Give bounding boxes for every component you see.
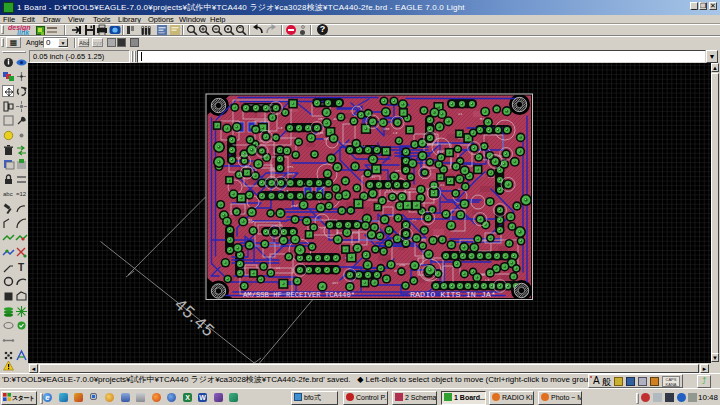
svg-text:4K7: 4K7 [332, 281, 338, 285]
svg-text:100: 100 [383, 127, 389, 131]
svg-text:T: T [18, 262, 24, 273]
svg-text:L3: L3 [278, 126, 282, 130]
svg-text:T2: T2 [412, 218, 416, 222]
svg-text:IF1: IF1 [287, 165, 293, 169]
svg-text:abc: abc [3, 191, 13, 197]
svg-text:2SC: 2SC [399, 263, 405, 267]
svg-text:X1: X1 [458, 112, 462, 116]
svg-text:RADIO KITS IN JA*: RADIO KITS IN JA* [410, 290, 496, 299]
svg-text:2SC: 2SC [269, 168, 275, 172]
svg-text:X1: X1 [440, 183, 444, 187]
svg-text:=12: =12 [16, 191, 27, 197]
svg-text:L3: L3 [393, 131, 397, 135]
svg-text:AM/SSB HF RECEIVER TCA440*: AM/SSB HF RECEIVER TCA440* [243, 290, 355, 299]
svg-text:X1: X1 [276, 266, 280, 270]
svg-text:L3: L3 [485, 278, 489, 282]
svg-text:4K7: 4K7 [288, 172, 294, 176]
